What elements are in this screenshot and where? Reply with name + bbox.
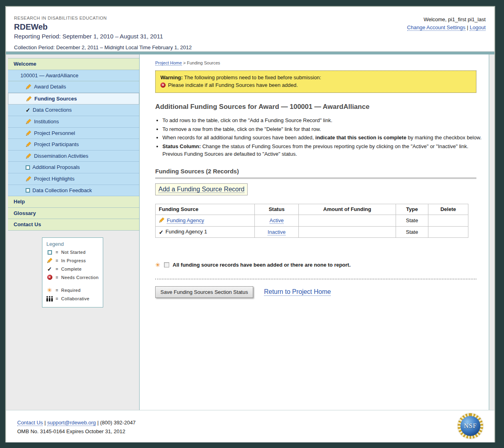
legend-equals: = [56, 296, 58, 301]
add-funding-source-link[interactable]: Add a Funding Source Record [158, 186, 244, 193]
legend-entry-not-started: =Not Started [46, 250, 100, 255]
sidebar-item-label: Funding Sources [34, 96, 77, 102]
legend-entries: =Not Started=In Progress✓=Complete✕=Need… [46, 250, 100, 301]
collaborative-icon [46, 296, 53, 301]
sidebar-item-data-corrections[interactable]: ✓Data Corrections [8, 104, 139, 116]
header: RESEARCH IN DISABILITIES EDUCATION RDEWe… [6, 7, 494, 51]
footer-email-link[interactable]: support@rdeweb.org [47, 420, 96, 426]
table-row: Funding AgencyActiveState [156, 215, 468, 226]
section-rule [155, 177, 476, 179]
all-records-added-checkbox[interactable] [164, 262, 169, 267]
check-icon: ✓ [47, 266, 52, 272]
instruction-text: To remove a row from the table, click on… [162, 126, 321, 132]
legend-label: In Progress [61, 258, 86, 263]
error-icon: ✕ [47, 275, 52, 280]
account-area: Welcome, pi1_first pi1_last Change Accou… [407, 16, 486, 30]
sidebar-item-project-highlights[interactable]: Project Highlights [8, 173, 139, 185]
return-to-project-home-link[interactable]: Return to Project Home [264, 288, 331, 296]
legend-equals: = [56, 267, 58, 271]
instruction-text: indicate that this section is complete [315, 135, 406, 141]
sidebar-item-data-collection-feedback[interactable]: Data Collection Feedback [8, 185, 139, 197]
change-account-settings-link[interactable]: Change Account Settings [407, 24, 466, 31]
pencil-icon [159, 217, 165, 223]
footer-contact-us-link[interactable]: Contact Us [17, 420, 43, 426]
logout-link[interactable]: Logout [470, 24, 486, 31]
sidebar-item-institutions[interactable]: Institutions [8, 116, 139, 128]
page: RESEARCH IN DISABILITIES EDUCATION RDEWe… [5, 6, 495, 442]
breadcrumb-current: Funding Sources [187, 60, 220, 65]
type-cell: State [396, 226, 428, 237]
required-icon: ✳ [47, 287, 52, 293]
pencil-icon [26, 176, 32, 182]
sidebar-item-100001-awardalliance: 100001 — AwardAlliance [8, 70, 139, 82]
sidebar-item-project-participants[interactable]: Project Participants [8, 139, 139, 151]
sidebar-item-label: Project Participants [34, 141, 79, 148]
pencil-icon [26, 84, 32, 90]
legend-equals: = [56, 275, 58, 280]
instruction-text: Status Column: [162, 143, 201, 149]
instruction-list: To add rows to the table, click on the "… [155, 117, 482, 158]
nsf-logo: NSF [458, 413, 483, 439]
delete-cell [428, 226, 468, 237]
warning-headline: Warning: The following problems need to … [160, 74, 471, 80]
sidebar-item-welcome[interactable]: Welcome [8, 58, 139, 70]
amount-cell [299, 215, 396, 226]
add-funding-source-box: Add a Funding Source Record [155, 183, 248, 195]
status-cell: Inactive [255, 226, 299, 237]
footer: Contact Us | support@rdeweb.org | (800) … [6, 410, 494, 442]
sidebar-item-label: Data Collection Feedback [32, 187, 92, 194]
legend-entry-collaborative: =Collaborative [46, 296, 100, 301]
collection-period: Collection Period: December 2, 2011 – Mi… [14, 44, 192, 50]
legend-equals: = [56, 288, 58, 293]
funding-source-name: Funding Agency 1 [166, 229, 207, 235]
save-section-status-button[interactable]: Save Funding Sources Section Status [155, 286, 253, 298]
not-started-checkbox-icon [26, 188, 30, 193]
pencil-icon [47, 257, 53, 263]
column-header-status: Status [255, 204, 299, 215]
pencil-icon [26, 119, 32, 125]
footer-omb-line: OMB No. 3145-0164 Expires October 31, 20… [17, 428, 494, 434]
header-divider-band [6, 51, 494, 54]
instruction-item: To add rows to the table, click on the "… [162, 117, 482, 125]
sidebar-item-help[interactable]: Help [8, 196, 139, 208]
required-icon: ✳ [155, 262, 160, 268]
pencil-icon [26, 141, 32, 147]
legend-label: Not Started [61, 250, 86, 255]
warning-box: Warning: The following problems need to … [155, 70, 476, 93]
sidebar-item-contact-us[interactable]: Contact Us [8, 219, 139, 231]
status-link-active[interactable]: Active [270, 217, 284, 224]
sidebar-item-award-details[interactable]: Award Details [8, 81, 139, 93]
footer-contact-line: Contact Us | support@rdeweb.org | (800) … [17, 420, 494, 426]
sidebar-item-glossary[interactable]: Glossary [8, 208, 139, 219]
instruction-item: To remove a row from the table, click on… [162, 125, 482, 133]
breadcrumb-project-home-link[interactable]: Project Home [155, 60, 182, 66]
legend-equals: = [56, 250, 58, 255]
sidebar-item-label: Contact Us [14, 221, 41, 228]
actions: Save Funding Sources Section Status Retu… [155, 286, 482, 298]
legend-icon-wrap [46, 250, 53, 255]
column-header-funding-source: Funding Source [156, 204, 255, 215]
status-link-inactive[interactable]: Inactive [268, 229, 286, 235]
sidebar-item-label: Dissemination Activities [34, 153, 88, 159]
sidebar-item-label: Welcome [14, 61, 36, 67]
legend-entry-required: ✳=Required [46, 287, 100, 293]
sidebar-item-dissemination-activities[interactable]: Dissemination Activities [8, 151, 139, 162]
funding-source-cell: Funding Agency [156, 215, 255, 226]
column-header-delete: Delete [428, 204, 468, 215]
legend-icon-wrap [46, 296, 53, 301]
section-title: Funding Sources (2 Records) [155, 168, 482, 175]
legend-icon-wrap: ✓ [46, 266, 53, 272]
instruction-text: To add rows to the table, click on the "… [162, 117, 332, 123]
check-icon: ✓ [26, 107, 30, 113]
main-content: Project Home > Funding Sources Warning: … [140, 54, 489, 410]
funding-source-link[interactable]: Funding Agency [167, 217, 204, 224]
legend-entry-complete: ✓=Complete [46, 266, 100, 272]
legend-label: Collaborative [61, 296, 90, 301]
sidebar-item-project-personnel[interactable]: Project Personnel [8, 128, 139, 139]
header-branding: RESEARCH IN DISABILITIES EDUCATION RDEWe… [14, 16, 192, 50]
sidebar-item-label: Help [14, 199, 25, 205]
right-gutter [489, 54, 494, 410]
sidebar-item-funding-sources[interactable]: Funding Sources [8, 93, 139, 105]
welcome-user: Welcome, pi1_first pi1_last [407, 16, 486, 22]
sidebar-item-additional-proposals[interactable]: Additional Proposals [8, 162, 139, 173]
